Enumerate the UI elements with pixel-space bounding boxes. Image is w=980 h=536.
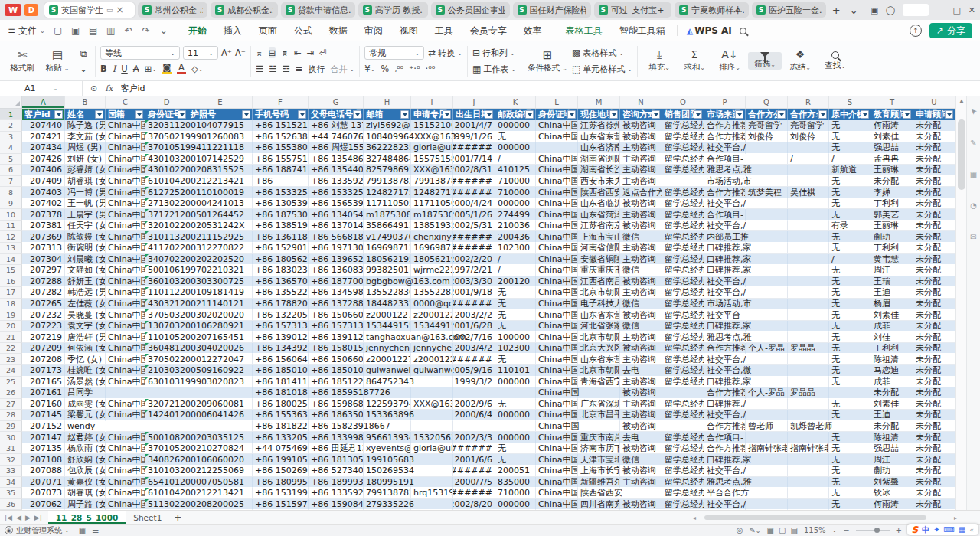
- cell-F3[interactable]: +86 15263810: [253, 132, 309, 143]
- cell-T15[interactable]: 周江: [871, 265, 913, 276]
- cell-O10[interactable]: 留学总经办: [662, 209, 704, 221]
- row-number-11[interactable]: 11: [0, 221, 22, 232]
- cell-R3[interactable]: 刘俊伶: [788, 132, 829, 143]
- cell-R13[interactable]: [788, 243, 829, 254]
- cell-O21[interactable]: 留学总经办: [662, 332, 704, 343]
- cell-R17[interactable]: [788, 287, 829, 299]
- cell-S14[interactable]: /: [829, 254, 871, 266]
- cell-K7[interactable]: 710000: [495, 176, 536, 188]
- cell-R2[interactable]: 亮哥留学: [788, 120, 829, 132]
- fill-button[interactable]: ⤓ 填充⌄: [642, 49, 676, 73]
- clear-format-button[interactable]: ◇⌄: [191, 64, 204, 74]
- minimize-button[interactable]: —: [936, 5, 945, 15]
- header-cell-M[interactable]: 现住地址: [578, 109, 620, 120]
- column-letter-U[interactable]: U: [913, 96, 956, 108]
- cell-J15[interactable]: 1997/2/21: [453, 265, 495, 276]
- cell-A35[interactable]: 207073: [22, 488, 65, 499]
- cell-S8[interactable]: 无: [829, 187, 871, 198]
- cell-C27[interactable]: China中国: [106, 399, 145, 410]
- increase-decimal-icon[interactable]: ⁺·⁰: [409, 64, 420, 74]
- cell-T19[interactable]: 刘素佳: [871, 309, 913, 321]
- cell-H4[interactable]: 362228235: [364, 142, 411, 154]
- horizontal-scrollbar[interactable]: ◂ ▸: [693, 515, 957, 521]
- cell-P10[interactable]: 合作项目-: [704, 209, 746, 221]
- pointer-icon[interactable]: ➤: [969, 106, 979, 117]
- scroll-right-icon[interactable]: ▸: [954, 515, 957, 521]
- cell-K26[interactable]: [495, 387, 536, 399]
- cell-U26[interactable]: 未分配: [913, 387, 956, 399]
- filter-dropdown-icon[interactable]: [735, 110, 743, 119]
- cell-D22[interactable]: 360481200304020026: [145, 343, 188, 355]
- system-label[interactable]: 业财管理系统: [16, 525, 62, 536]
- cell-K20[interactable]: 无: [495, 321, 536, 332]
- cell-D12[interactable]: 310113200211152925: [145, 231, 188, 243]
- cell-S32[interactable]: 无: [829, 454, 871, 466]
- cell-N10[interactable]: 主动咨询: [620, 209, 662, 221]
- doc-tab[interactable]: S常州公积金 .xlsx: [138, 2, 207, 18]
- filter-dropdown-icon[interactable]: [95, 110, 103, 119]
- cell-E29[interactable]: [188, 421, 253, 433]
- cell-G31[interactable]: +86 田延君1395: [309, 443, 364, 455]
- cell-S16[interactable]: 无: [829, 276, 871, 288]
- cell-D23[interactable]: 370502200012272047: [145, 354, 188, 365]
- page-layout-icon[interactable]: ▢: [779, 526, 786, 534]
- cell-J30[interactable]: 2002/3/3: [453, 432, 495, 443]
- cell-B31[interactable]: 杨欣雨 (女: [65, 443, 106, 455]
- cell-U12[interactable]: 未分配: [913, 231, 956, 243]
- cell-T26[interactable]: 未分配: [871, 387, 913, 399]
- cell-D6[interactable]: 430102200208315525: [145, 165, 188, 176]
- cell-H30[interactable]: 956613934: [364, 432, 411, 443]
- cell-L33[interactable]: China中国: [536, 466, 578, 477]
- cell-H2[interactable]: ziyi5692@163.com: [364, 120, 411, 132]
- cell-L28[interactable]: China中国: [536, 410, 578, 421]
- cell-S3[interactable]: 无: [829, 132, 871, 143]
- cell-H31[interactable]: xyevents@: [364, 443, 411, 455]
- cell-I17[interactable]: 135522836: [411, 287, 453, 299]
- cell-L31[interactable]: China中国: [536, 443, 578, 455]
- cell-P29[interactable]: 合作方推荐: [704, 421, 746, 433]
- header-cell-I[interactable]: 申请专用: [411, 109, 453, 120]
- cell-P17[interactable]: 社交平台,/: [704, 287, 746, 299]
- cell-F30[interactable]: +86 13320563: [253, 432, 309, 443]
- cell-A13[interactable]: 207313: [22, 243, 65, 254]
- cell-I32[interactable]: [411, 454, 453, 466]
- cell-N35[interactable]: [620, 488, 662, 499]
- row-number-6[interactable]: 6: [0, 165, 22, 176]
- cell-M21[interactable]: 北京市朝阳: [578, 332, 620, 343]
- cell-C28[interactable]: China中国: [106, 410, 145, 421]
- cell-T4[interactable]: 强思喆: [871, 142, 913, 154]
- cell-G6[interactable]: +86 1354402198: [309, 165, 364, 176]
- cell-N25[interactable]: 主动咨询: [620, 377, 662, 388]
- header-cell-R[interactable]: 合作方名: [788, 109, 829, 120]
- cell-S13[interactable]: 无: [829, 243, 871, 254]
- cell-D11[interactable]: 32010220020531242X: [145, 221, 188, 232]
- cell-A28[interactable]: 207145: [22, 410, 65, 421]
- column-letter-S[interactable]: S: [829, 96, 871, 108]
- copy-options-caret-icon[interactable]: ⌄: [77, 63, 90, 75]
- cell-L19[interactable]: China中国: [536, 309, 578, 321]
- freeze-button[interactable]: ❖ 冻结⌄: [783, 49, 817, 73]
- row-number-10[interactable]: 10: [0, 209, 22, 221]
- cell-M2[interactable]: 江苏省徐州: [578, 120, 620, 132]
- cell-L9[interactable]: China中国: [536, 198, 578, 210]
- cell-D18[interactable]: 430321200211140121: [145, 299, 188, 310]
- cell-C24[interactable]: China中国: [106, 365, 145, 377]
- filter-dropdown-icon[interactable]: [567, 110, 576, 119]
- cell-G14[interactable]: +86 1396522100: [309, 254, 364, 266]
- cell-L3[interactable]: China中国: [536, 132, 578, 143]
- cell-U15[interactable]: 未分配: [913, 265, 956, 276]
- cell-K24[interactable]: 110101: [495, 365, 536, 377]
- cell-P14[interactable]: 口碑推荐,家: [704, 254, 746, 266]
- cell-O3[interactable]: 留学总经办: [662, 132, 704, 143]
- cell-R28[interactable]: [788, 410, 829, 421]
- cell-O20[interactable]: 留学总经办: [662, 321, 704, 332]
- row-number-2[interactable]: 2: [0, 120, 22, 132]
- cell-H33[interactable]: 150269534: [364, 466, 411, 477]
- cell-I12[interactable]: chenxinyur: [411, 231, 453, 243]
- doc-tab[interactable]: S成都公积金.xlsx: [211, 2, 278, 18]
- cell-F27[interactable]: +86 18002510: [253, 399, 309, 410]
- row-number-7[interactable]: 7: [0, 176, 22, 188]
- vertical-scroll-thumb[interactable]: [958, 119, 965, 190]
- cell-T33[interactable]: 蒯玏: [871, 466, 913, 477]
- cell-N13[interactable]: 主动咨询: [620, 243, 662, 254]
